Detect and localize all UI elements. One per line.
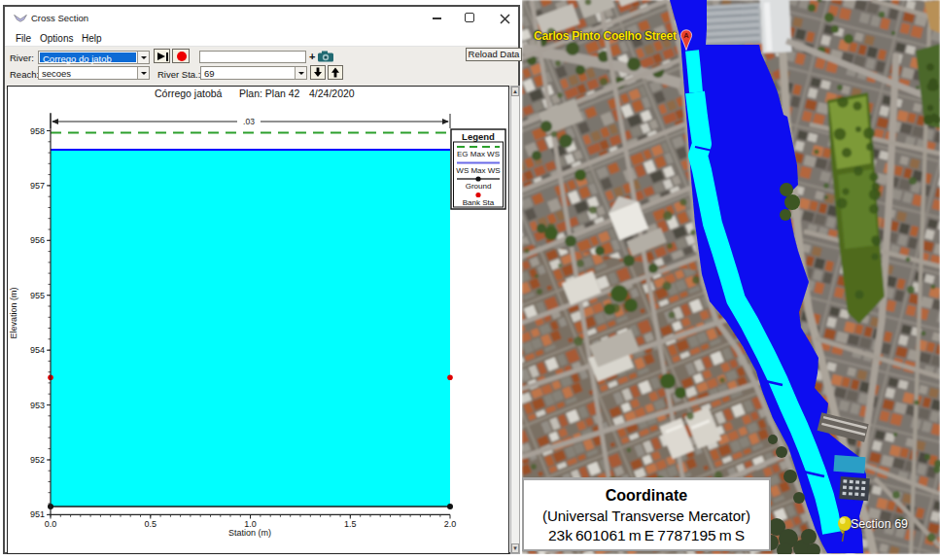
svg-text:.03: .03	[243, 117, 255, 126]
svg-text:2.0: 2.0	[444, 519, 457, 529]
svg-text:1.5: 1.5	[344, 519, 357, 529]
svg-text:Córrego jatobá: Córrego jatobá	[155, 88, 223, 99]
svg-text:Elevation (m): Elevation (m)	[9, 287, 18, 338]
svg-text:Bank Sta: Bank Sta	[463, 198, 495, 207]
svg-text:4/24/2020: 4/24/2020	[309, 88, 355, 99]
svg-text:956: 956	[30, 235, 45, 245]
svg-text:958: 958	[30, 126, 45, 136]
svg-text:1.0: 1.0	[244, 519, 257, 529]
svg-text:Plan: Plan 42: Plan: Plan 42	[239, 88, 300, 99]
svg-text:WS Max WS: WS Max WS	[456, 166, 500, 175]
svg-text:957: 957	[30, 181, 45, 191]
svg-text:0.0: 0.0	[45, 519, 57, 529]
svg-text:954: 954	[30, 345, 45, 355]
svg-text:Legend: Legend	[462, 131, 495, 142]
svg-text:951: 951	[30, 509, 45, 519]
svg-text:0.5: 0.5	[145, 519, 157, 529]
svg-text:EG Max WS: EG Max WS	[457, 150, 500, 158]
svg-text:955: 955	[30, 291, 45, 300]
svg-text:Station (m): Station (m)	[228, 528, 271, 538]
svg-text:952: 952	[30, 455, 45, 465]
svg-text:A: A	[683, 31, 689, 40]
svg-text:Ground: Ground	[466, 182, 492, 191]
svg-text:953: 953	[30, 401, 45, 410]
